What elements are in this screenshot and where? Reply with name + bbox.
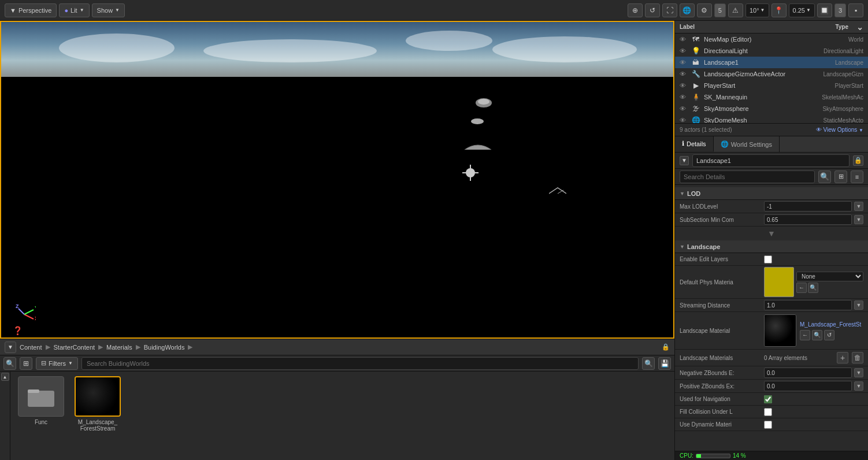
breadcrumb-sep-1: ▶: [46, 343, 50, 351]
pos-zbounds-input[interactable]: [764, 381, 852, 391]
content-arrow-btn[interactable]: ▼: [5, 342, 16, 353]
details-search-input[interactable]: [680, 170, 815, 183]
help-icon[interactable]: ❓: [13, 326, 23, 335]
dome-type: StaticMeshActo: [824, 117, 863, 124]
breadcrumb-starter[interactable]: StarterContent: [54, 344, 95, 351]
eye-icon-landscape: 👁: [680, 59, 688, 66]
details-arrow-icon[interactable]: ▼: [680, 156, 689, 165]
eye-icon-dirlight: 👁: [680, 47, 688, 54]
details-grid-btn[interactable]: ⊞: [834, 170, 847, 183]
max-lod-input[interactable]: [764, 201, 852, 212]
view-options-btn[interactable]: 👁 View Options ▼: [816, 127, 863, 133]
type-label: Type: [835, 24, 848, 30]
lit-button[interactable]: ● Lit ▼: [59, 3, 89, 17]
dyn-mat-checkbox[interactable]: [764, 421, 772, 429]
lod-expand-btn[interactable]: ▼: [675, 229, 868, 238]
content-search-input[interactable]: [81, 357, 639, 370]
save-content-btn[interactable]: 💾: [658, 357, 671, 370]
lod-section-header[interactable]: ▼ LOD: [675, 187, 868, 200]
maximize-icon-btn[interactable]: ⛶: [662, 3, 677, 17]
outliner-item-skydome[interactable]: 👁 🌐 SkyDomeMesh StaticMeshActo: [675, 114, 868, 123]
phys-nav-left[interactable]: ←: [796, 283, 807, 293]
mat-nav-search[interactable]: 🔍: [812, 330, 822, 340]
max-lod-arrow-btn[interactable]: ▼: [854, 202, 863, 211]
outliner-item-playerstart[interactable]: 👁 ▶ PlayerStart PlayerStart: [675, 80, 868, 91]
asset-grid: Func M_Landscape_ForestStream: [10, 372, 674, 460]
asset-folder-func[interactable]: Func: [15, 376, 67, 455]
globe-icon-btn[interactable]: 🌐: [680, 3, 695, 17]
object-name-input[interactable]: [692, 154, 850, 167]
content-search-btn[interactable]: 🔍: [642, 357, 655, 370]
lock-icon[interactable]: 🔒: [662, 343, 670, 351]
camera-icon-btn[interactable]: ⊕: [628, 3, 643, 17]
phys-nav-search[interactable]: 🔍: [808, 283, 818, 293]
breadcrumb-materials[interactable]: Materials: [106, 344, 132, 351]
outliner-item-gizmo[interactable]: 👁 🔧 LandscapeGizmoActiveActor LandscapeG…: [675, 68, 868, 80]
outliner-item-mannequin[interactable]: 👁 🧍 SK_Mannequin SkeletalMeshAc: [675, 91, 868, 103]
tab-world-settings[interactable]: 🌐 World Settings: [714, 136, 780, 152]
used-nav-checkbox[interactable]: [764, 395, 772, 403]
streaming-dist-input[interactable]: [764, 300, 852, 310]
svg-line-10: [24, 310, 34, 314]
y-axis-label: Y: [35, 305, 36, 311]
outliner-item-landscape[interactable]: 👁 🏔 Landscape1 Landscape: [675, 57, 868, 68]
mat-nav-left[interactable]: ←: [800, 330, 810, 340]
neg-zbounds-input[interactable]: [764, 368, 852, 378]
outliner-item-newmap[interactable]: 👁 🗺 NewMap (Editor) World: [675, 34, 868, 45]
world-settings-icon: 🌐: [721, 140, 729, 148]
warning-icon-btn[interactable]: ⚠: [728, 3, 743, 17]
subsection-arrow-btn[interactable]: ▼: [854, 215, 863, 224]
breadcrumb-building[interactable]: BuidingWorlds: [144, 344, 185, 351]
neg-zbounds-value: ▼: [764, 368, 863, 378]
del-mat-btn[interactable]: 🗑: [852, 352, 863, 363]
scroll-up-btn[interactable]: ▲: [1, 373, 9, 381]
breadcrumb-content[interactable]: Content: [20, 344, 42, 351]
max-lod-value: ▼: [764, 201, 863, 212]
outliner-item-dirlight[interactable]: 👁 💡 DirectionalLight DirectionalLight: [675, 45, 868, 57]
dyn-mat-row: Use Dynamic Materi: [675, 418, 868, 431]
asset-material-landscape[interactable]: M_Landscape_ForestStream: [72, 376, 124, 455]
streaming-dist-arrow[interactable]: ▼: [854, 301, 863, 310]
sky-label: SkyAtmosphere: [704, 105, 819, 112]
neg-zbounds-arrow[interactable]: ▼: [854, 368, 863, 377]
filters-button[interactable]: ⊟ Filters ▼: [36, 357, 78, 370]
details-panel: ℹ Details 🌐 World Settings ▼ 🔒 🔍 ⊞ ≡: [675, 136, 868, 460]
details-list-btn[interactable]: ≡: [851, 170, 863, 183]
layers-icon-btn[interactable]: 🔲: [817, 3, 832, 17]
neg-zbounds-label: Negative ZBounds E:: [680, 370, 761, 376]
tab-details[interactable]: ℹ Details: [675, 136, 714, 152]
dyn-mat-label: Use Dynamic Materi: [680, 421, 761, 428]
landscape-label: Landscape1: [704, 59, 832, 66]
scene-obj-4: [462, 165, 478, 182]
viewport-main[interactable]: X Y Z ❓: [1, 77, 673, 337]
viewport[interactable]: X Y Z ❓: [0, 21, 674, 339]
show-arrow-icon: ▼: [115, 8, 120, 13]
pos-zbounds-arrow[interactable]: ▼: [854, 381, 863, 391]
perspective-button[interactable]: ▼ Perspective: [5, 3, 57, 17]
search-icon-btn[interactable]: 🔍: [3, 357, 16, 370]
subsection-input[interactable]: [764, 214, 852, 225]
search-details-btn[interactable]: 🔍: [818, 170, 831, 183]
cpu-label: CPU:: [680, 452, 693, 459]
landscape-section-header[interactable]: ▼ Landscape: [675, 240, 868, 253]
lod-expand-arrow-icon: ▼: [767, 229, 776, 238]
details-name-row: ▼ 🔒: [675, 153, 868, 169]
settings-icon-btn[interactable]: ⚙: [697, 3, 712, 17]
lock-details-btn[interactable]: 🔒: [853, 155, 863, 166]
eye-icon-sky: 👁: [680, 105, 688, 112]
filters-label: Filters: [49, 360, 66, 367]
phys-mat-dropdown[interactable]: None: [796, 272, 863, 281]
mat-nav-reset[interactable]: ↺: [824, 330, 834, 340]
grid-size-field[interactable]: 10° ▼: [745, 3, 769, 17]
add-mat-btn[interactable]: +: [837, 352, 848, 363]
show-button[interactable]: Show ▼: [92, 3, 125, 17]
outliner-item-sky[interactable]: 👁 🌫 SkyAtmosphere SkyAtmosphere: [675, 103, 868, 114]
fill-coll-checkbox[interactable]: [764, 408, 772, 416]
scale-field[interactable]: 0.25 ▼: [789, 3, 815, 17]
phys-mat-swatch[interactable]: [764, 267, 794, 297]
grid-view-btn[interactable]: ⊞: [20, 357, 32, 370]
collapse-panel-btn[interactable]: ▪: [848, 3, 863, 17]
enable-edit-layers-checkbox[interactable]: [764, 255, 772, 264]
snap-icon-btn[interactable]: 📍: [771, 3, 787, 17]
refresh-icon-btn[interactable]: ↺: [645, 3, 660, 17]
